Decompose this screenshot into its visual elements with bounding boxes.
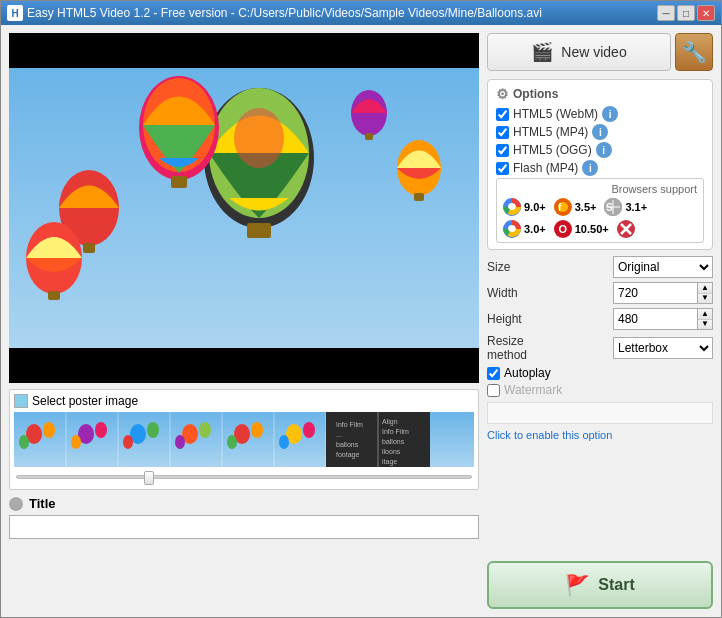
flash-mp4-checkbox[interactable] — [496, 162, 509, 175]
html5-webm-row: HTML5 (WebM) i — [496, 106, 704, 122]
flash-mp4-label[interactable]: Flash (MP4) — [496, 161, 578, 175]
enable-option-link[interactable]: Click to enable this option — [487, 429, 713, 441]
chrome-badge: 9.0+ — [503, 198, 546, 216]
svg-point-24 — [43, 422, 55, 438]
html5-mp4-info[interactable]: i — [592, 124, 608, 140]
size-select[interactable]: Original Custom 640x480 1280x720 — [613, 256, 713, 278]
minimize-button[interactable]: ─ — [657, 5, 675, 21]
html5-mp4-checkbox[interactable] — [496, 126, 509, 139]
html5-mp4-row: HTML5 (MP4) i — [496, 124, 704, 140]
poster-strip[interactable]: Info Film ... ballons footage Align Info… — [14, 412, 474, 467]
video-preview — [9, 33, 479, 383]
safari-icon: S — [604, 198, 622, 216]
width-input-group: ▲ ▼ — [613, 282, 713, 304]
width-spin-buttons: ▲ ▼ — [697, 282, 713, 304]
autoplay-text: Autoplay — [504, 366, 551, 380]
window-title: Easy HTML5 Video 1.2 - Free version - C:… — [27, 6, 657, 20]
svg-point-27 — [95, 422, 107, 438]
settings-button[interactable]: 🔧 — [675, 33, 713, 71]
ie-icon — [617, 220, 635, 238]
size-section: Size Original Custom 640x480 1280x720 Wi… — [487, 256, 713, 362]
start-button[interactable]: 🚩 Start — [487, 561, 713, 609]
poster-slider-track — [14, 469, 474, 485]
svg-rect-9 — [83, 243, 95, 253]
resize-select[interactable]: Letterbox Crop Stretch — [613, 337, 713, 359]
svg-point-39 — [303, 422, 315, 438]
autoplay-row: Autoplay — [487, 366, 713, 380]
app-icon: H — [7, 5, 23, 21]
close-button[interactable]: ✕ — [697, 5, 715, 21]
ie-badge — [617, 220, 635, 238]
new-video-button[interactable]: 🎬 New video — [487, 33, 671, 71]
window-controls: ─ □ ✕ — [657, 5, 715, 21]
html5-mp4-label[interactable]: HTML5 (MP4) — [496, 125, 588, 139]
html5-webm-info[interactable]: i — [602, 106, 618, 122]
firefox-version: 3.5+ — [575, 201, 597, 213]
options-label: Options — [513, 87, 558, 101]
html5-ogg-text: HTML5 (OGG) — [513, 143, 592, 157]
opera-icon: O — [554, 220, 572, 238]
svg-point-31 — [123, 435, 133, 449]
height-label: Height — [487, 312, 567, 326]
html5-mp4-text: HTML5 (MP4) — [513, 125, 588, 139]
chrome2-badge: 3.0+ — [503, 220, 546, 238]
browsers-row-2: 3.0+ O 10.50+ — [503, 220, 697, 238]
html5-ogg-checkbox[interactable] — [496, 144, 509, 157]
width-input[interactable] — [613, 282, 697, 304]
watermark-text: Watermark — [504, 383, 562, 397]
watermark-label[interactable]: Watermark — [487, 383, 562, 397]
balloon-scene — [9, 68, 479, 348]
svg-rect-13 — [365, 133, 373, 140]
height-input[interactable] — [613, 308, 697, 330]
safari-badge: S 3.1+ — [604, 198, 647, 216]
svg-text:Align: Align — [382, 418, 398, 426]
resize-row: Resize method Letterbox Crop Stretch — [487, 334, 713, 362]
size-label: Size — [487, 260, 567, 274]
flash-mp4-text: Flash (MP4) — [513, 161, 578, 175]
height-row: Height ▲ ▼ — [487, 308, 713, 330]
maximize-button[interactable]: □ — [677, 5, 695, 21]
svg-text:lloons: lloons — [382, 448, 401, 455]
options-title: ⚙ Options — [496, 86, 704, 102]
opera-version: 10.50+ — [575, 223, 609, 235]
svg-point-30 — [147, 422, 159, 438]
title-field-label: Title — [29, 496, 56, 511]
video-black-top — [9, 33, 479, 68]
html5-ogg-info[interactable]: i — [596, 142, 612, 158]
svg-text:Info Film: Info Film — [382, 428, 409, 435]
svg-point-36 — [251, 422, 263, 438]
flash-mp4-info[interactable]: i — [582, 160, 598, 176]
autoplay-label[interactable]: Autoplay — [487, 366, 551, 380]
left-panel: Select poster image — [9, 33, 479, 609]
html5-ogg-label[interactable]: HTML5 (OGG) — [496, 143, 592, 157]
watermark-checkbox[interactable] — [487, 384, 500, 397]
new-video-row: 🎬 New video 🔧 — [487, 33, 713, 71]
poster-slider[interactable] — [16, 475, 472, 479]
svg-rect-4 — [247, 223, 271, 238]
height-increment[interactable]: ▲ — [698, 309, 712, 320]
title-input[interactable]: Balloons — [9, 515, 479, 539]
start-label: Start — [598, 576, 634, 594]
svg-point-33 — [199, 422, 211, 438]
svg-text:footage: footage — [336, 451, 359, 459]
autoplay-checkbox[interactable] — [487, 367, 500, 380]
new-video-label: New video — [561, 44, 626, 60]
svg-text:...: ... — [336, 431, 342, 438]
width-increment[interactable]: ▲ — [698, 283, 712, 294]
poster-header: Select poster image — [14, 394, 474, 408]
height-decrement[interactable]: ▼ — [698, 320, 712, 330]
svg-point-28 — [71, 435, 81, 449]
html5-webm-checkbox[interactable] — [496, 108, 509, 121]
safari-version: 3.1+ — [625, 201, 647, 213]
chrome-version: 9.0+ — [524, 201, 546, 213]
height-input-group: ▲ ▼ — [613, 308, 713, 330]
size-row: Size Original Custom 640x480 1280x720 — [487, 256, 713, 278]
flag-icon: 🚩 — [565, 573, 590, 597]
firefox-badge: f 3.5+ — [554, 198, 597, 216]
slider-thumb[interactable] — [144, 471, 154, 485]
video-frame — [9, 68, 479, 348]
watermark-input[interactable] — [487, 402, 713, 424]
html5-webm-label[interactable]: HTML5 (WebM) — [496, 107, 598, 121]
width-decrement[interactable]: ▼ — [698, 294, 712, 304]
svg-point-37 — [227, 435, 237, 449]
